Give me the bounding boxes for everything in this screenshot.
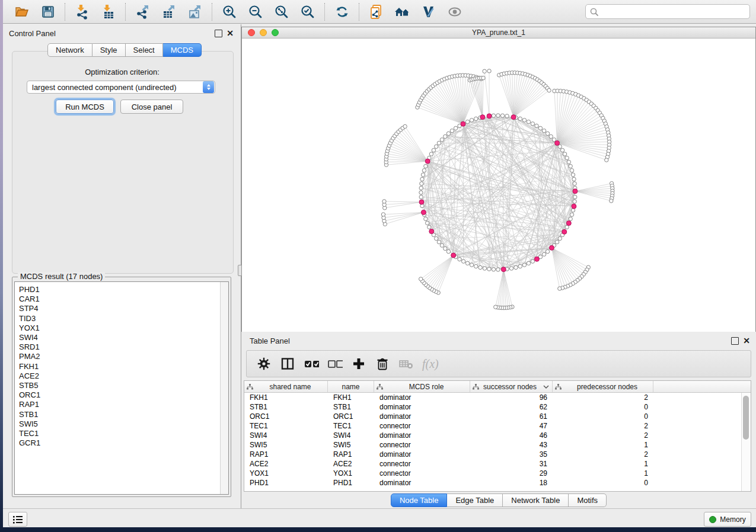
close-table-panel-icon[interactable]: ✕ bbox=[743, 338, 750, 344]
tab-style[interactable]: Style bbox=[92, 43, 126, 57]
graph-node[interactable] bbox=[567, 160, 570, 164]
mcds-result-item[interactable]: STP4 bbox=[15, 304, 228, 313]
graph-node[interactable] bbox=[422, 169, 426, 172]
mcds-result-item[interactable]: SWI4 bbox=[15, 333, 228, 342]
graph-node-mcds[interactable] bbox=[501, 267, 506, 272]
graph-node[interactable] bbox=[535, 124, 538, 127]
graph-node[interactable] bbox=[424, 164, 428, 168]
graph-node[interactable] bbox=[470, 263, 473, 267]
graph-node[interactable] bbox=[470, 118, 473, 122]
graph-node[interactable] bbox=[419, 195, 423, 198]
graph-node[interactable] bbox=[546, 249, 549, 253]
graph-node[interactable] bbox=[527, 120, 530, 123]
graph-node[interactable] bbox=[461, 259, 465, 263]
network-graph[interactable] bbox=[242, 39, 755, 332]
float-panel-icon[interactable] bbox=[215, 30, 222, 37]
table-row[interactable]: PHD1PHD1dominator180 bbox=[244, 478, 751, 488]
graph-node[interactable] bbox=[569, 164, 572, 168]
select-all-icon[interactable] bbox=[304, 356, 319, 371]
table-row[interactable]: STB1STB1dominator620 bbox=[244, 402, 751, 412]
graph-node-mcds[interactable] bbox=[461, 121, 465, 126]
graph-node-mcds[interactable] bbox=[419, 200, 424, 204]
graph-node[interactable] bbox=[432, 148, 435, 152]
graph-node[interactable] bbox=[458, 257, 461, 261]
graph-node[interactable] bbox=[479, 265, 482, 269]
graph-node[interactable] bbox=[571, 209, 575, 212]
tab-motifs[interactable]: Motifs bbox=[569, 493, 607, 507]
graph-node[interactable] bbox=[424, 217, 428, 220]
mcds-result-item[interactable]: TID3 bbox=[15, 314, 228, 323]
graph-node[interactable] bbox=[563, 152, 566, 156]
graph-node-mcds[interactable] bbox=[511, 115, 516, 120]
mcds-result-list[interactable]: PHD1CAR1STP4TID3YOX1SWI4SRD1PMA2FKH1ACE2… bbox=[14, 281, 229, 495]
network-canvas[interactable] bbox=[242, 39, 755, 332]
table-row[interactable]: FKH1FKH1dominator962 bbox=[244, 393, 751, 402]
network-document-icon[interactable] bbox=[368, 3, 385, 21]
graph-node[interactable] bbox=[570, 213, 573, 216]
refresh-icon[interactable] bbox=[333, 3, 351, 21]
graph-node[interactable] bbox=[465, 261, 469, 265]
table-row[interactable]: RAP1RAP1dominator352 bbox=[244, 450, 751, 459]
graph-node[interactable] bbox=[420, 182, 423, 185]
houses-icon[interactable] bbox=[394, 3, 412, 21]
graph-node[interactable] bbox=[425, 221, 429, 225]
graph-node[interactable] bbox=[522, 118, 526, 122]
graph-node[interactable] bbox=[437, 141, 441, 145]
tab-mcds[interactable]: MCDS bbox=[163, 43, 202, 57]
mcds-result-item[interactable]: CAR1 bbox=[15, 294, 228, 304]
graph-node[interactable] bbox=[419, 186, 423, 190]
graph-node[interactable] bbox=[465, 120, 469, 123]
graph-node[interactable] bbox=[572, 177, 576, 181]
table-row[interactable]: ORC1ORC1dominator610 bbox=[244, 412, 751, 421]
graph-node[interactable] bbox=[429, 152, 433, 156]
mcds-result-item[interactable]: PMA2 bbox=[15, 352, 228, 361]
graph-node-mcds[interactable] bbox=[562, 229, 567, 234]
open-folder-icon[interactable] bbox=[13, 3, 31, 21]
zoom-fit-icon[interactable] bbox=[273, 3, 291, 21]
graph-node[interactable] bbox=[446, 249, 450, 253]
graph-node[interactable] bbox=[509, 267, 513, 270]
graph-node[interactable] bbox=[500, 114, 504, 117]
graph-node[interactable] bbox=[440, 243, 444, 247]
graph-node[interactable] bbox=[571, 173, 575, 177]
table-scrollbar-thumb[interactable] bbox=[743, 396, 749, 440]
mcds-result-item[interactable]: SWI5 bbox=[15, 419, 228, 429]
graph-node[interactable] bbox=[527, 261, 530, 265]
table-row[interactable]: YOX1YOX1connector291 bbox=[244, 469, 751, 478]
graph-node-mcds[interactable] bbox=[480, 115, 485, 120]
graph-node[interactable] bbox=[542, 252, 546, 256]
tab-edge-table[interactable]: Edge Table bbox=[447, 493, 503, 507]
table-row[interactable]: SWI4SWI4dominator462 bbox=[244, 431, 751, 440]
graph-node[interactable] bbox=[444, 246, 447, 250]
graph-node-mcds[interactable] bbox=[549, 245, 554, 250]
graph-node[interactable] bbox=[531, 122, 534, 126]
graph-node-mcds[interactable] bbox=[555, 140, 560, 145]
graph-node[interactable] bbox=[518, 264, 522, 268]
graph-node[interactable] bbox=[437, 240, 441, 243]
graph-node[interactable] bbox=[474, 264, 478, 268]
graph-node[interactable] bbox=[573, 195, 577, 198]
table-row[interactable]: ACE2ACE2connector311 bbox=[244, 459, 751, 469]
column-header-MCDS-role[interactable]: MCDS role bbox=[374, 381, 470, 392]
graph-node[interactable] bbox=[420, 177, 424, 181]
graph-node[interactable] bbox=[492, 114, 495, 117]
graph-node[interactable] bbox=[549, 134, 553, 138]
save-icon[interactable] bbox=[39, 3, 57, 21]
close-panel-icon[interactable]: ✕ bbox=[227, 30, 234, 37]
column-header-successor-nodes[interactable]: successor nodes bbox=[470, 381, 553, 392]
mcds-result-item[interactable]: PHD1 bbox=[15, 282, 228, 294]
graph-node[interactable] bbox=[446, 132, 450, 135]
graph-node[interactable] bbox=[483, 267, 486, 270]
vizmapper-icon[interactable] bbox=[420, 3, 438, 21]
import-network-icon[interactable] bbox=[74, 3, 91, 21]
table-row[interactable]: TEC1TEC1connector472 bbox=[244, 421, 751, 431]
mcds-scrollbar[interactable] bbox=[220, 282, 228, 494]
import-table-icon[interactable] bbox=[100, 3, 117, 21]
run-mcds-button[interactable]: Run MCDS bbox=[56, 100, 114, 114]
columns-icon[interactable] bbox=[280, 356, 295, 371]
mcds-result-item[interactable]: FKH1 bbox=[15, 362, 228, 371]
graph-node[interactable] bbox=[454, 126, 457, 130]
gear-icon[interactable] bbox=[256, 356, 272, 371]
graph-node-mcds[interactable] bbox=[451, 253, 456, 258]
tab-node-table[interactable]: Node Table bbox=[391, 493, 448, 507]
